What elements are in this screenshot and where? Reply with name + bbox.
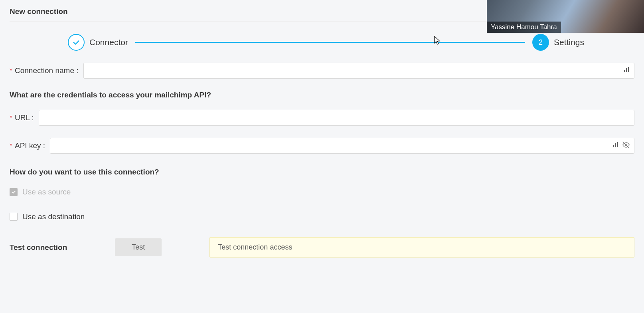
- url-label: URL :: [15, 113, 34, 122]
- url-row: * URL :: [10, 110, 634, 126]
- usage-heading: How do you want to use this connection?: [10, 168, 634, 176]
- check-icon: [68, 34, 85, 51]
- svg-rect-4: [615, 143, 616, 147]
- use-source-checkbox: [10, 188, 18, 196]
- required-marker: *: [10, 67, 12, 75]
- use-destination-checkbox[interactable]: [10, 213, 18, 221]
- step-line: [135, 42, 525, 43]
- svg-rect-5: [617, 142, 618, 147]
- step-connector[interactable]: Connector: [68, 34, 128, 51]
- webcam-participant-name: Yassine Hamou Tahra: [487, 22, 561, 33]
- step-settings[interactable]: 2 Settings: [532, 34, 584, 51]
- url-input[interactable]: [39, 110, 634, 126]
- step-number-icon: 2: [532, 34, 549, 51]
- chart-icon[interactable]: [623, 67, 630, 75]
- use-source-label: Use as source: [22, 188, 71, 196]
- svg-rect-0: [624, 70, 625, 72]
- use-source-row: Use as source: [10, 188, 634, 196]
- connection-name-input[interactable]: [83, 63, 634, 79]
- test-connection-row: Test connection Test Test connection acc…: [10, 237, 634, 258]
- credentials-heading: What are the credentials to access your …: [10, 91, 634, 99]
- eye-off-icon[interactable]: [622, 141, 630, 150]
- step-label-settings: Settings: [554, 38, 584, 47]
- api-key-input[interactable]: [50, 138, 634, 154]
- step-label-connector: Connector: [89, 38, 128, 47]
- svg-rect-3: [613, 145, 614, 147]
- test-banner: Test connection access: [209, 237, 634, 258]
- use-destination-label: Use as destination: [22, 212, 85, 221]
- svg-rect-2: [628, 67, 629, 72]
- svg-rect-1: [626, 68, 627, 72]
- test-button[interactable]: Test: [115, 238, 162, 256]
- test-connection-label: Test connection: [10, 243, 67, 252]
- api-key-label: API key :: [15, 141, 45, 150]
- connection-name-row: * Connection name :: [10, 63, 634, 79]
- required-marker: *: [10, 142, 12, 150]
- chart-icon[interactable]: [612, 142, 618, 150]
- required-marker: *: [10, 114, 12, 122]
- connection-name-label: Connection name :: [15, 66, 79, 75]
- webcam-overlay: Yassine Hamou Tahra: [487, 0, 644, 33]
- use-destination-row: Use as destination: [10, 212, 634, 221]
- api-key-row: * API key :: [10, 138, 634, 154]
